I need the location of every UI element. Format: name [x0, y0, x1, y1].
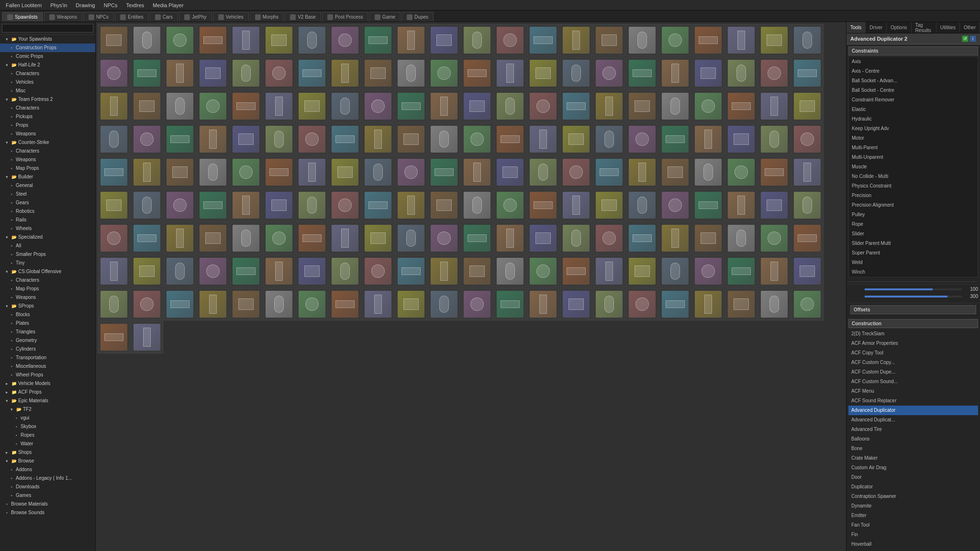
spawn-item-151[interactable] [725, 222, 757, 254]
spawn-item-40[interactable] [692, 57, 724, 89]
spawn-item-140[interactable] [362, 222, 394, 254]
tab-postprocess[interactable]: Post Process [322, 12, 368, 22]
spawn-item-166[interactable] [494, 255, 526, 287]
tree-hl2-characters[interactable]: Characters [0, 69, 95, 78]
tree-tf2-props[interactable]: Props [0, 121, 95, 130]
spawn-item-197[interactable] [791, 288, 824, 320]
construct-fan-tool[interactable]: Fan Tool [848, 520, 978, 530]
spawn-item-65[interactable] [791, 90, 824, 122]
construct-fin[interactable]: Fin [848, 530, 978, 540]
tree-builder-rails[interactable]: Rails [0, 216, 95, 224]
spawn-item-115[interactable] [263, 189, 295, 221]
construct-acf-custom-sound[interactable]: ACF Custom Sound... [848, 377, 978, 386]
spawn-item-91[interactable] [197, 156, 229, 188]
tree-csgo-mapprops[interactable]: Map Props [0, 285, 95, 293]
spawn-item-11[interactable] [461, 24, 493, 56]
spawn-item-33[interactable] [461, 57, 493, 89]
spawn-item-27[interactable] [263, 57, 295, 89]
spawn-item-189[interactable] [527, 288, 559, 320]
tree-builder-general[interactable]: General [0, 181, 95, 190]
construct-acf-custom-copy[interactable]: ACF Custom Copy... [848, 358, 978, 367]
constraint-axis[interactable]: Axis [849, 57, 978, 66]
spawn-item-161[interactable] [329, 255, 361, 287]
tree-builder-steel[interactable]: Steel [0, 190, 95, 198]
spawn-item-172[interactable] [692, 255, 724, 287]
spawn-item-79[interactable] [527, 123, 559, 155]
spawn-item-37[interactable] [593, 57, 625, 89]
tab-weapons[interactable]: Weapons [44, 12, 82, 22]
construct-acf-sound-replacer[interactable]: ACF Sound Replacer [848, 396, 978, 406]
spawn-item-21[interactable] [791, 24, 824, 56]
spawn-item-97[interactable] [395, 156, 427, 188]
spawn-item-71[interactable] [263, 123, 295, 155]
spawn-item-138[interactable] [296, 222, 328, 254]
constraint-rope[interactable]: Rope [849, 220, 978, 229]
spawn-item-26[interactable] [230, 57, 262, 89]
tab-morphs[interactable]: Morphs [250, 12, 284, 22]
spawn-item-107[interactable] [725, 156, 757, 188]
right-tab-utilities[interactable]: Utilities [936, 22, 960, 33]
right-tab-options[interactable]: Options [887, 22, 911, 33]
spawn-item-109[interactable] [791, 156, 824, 188]
construct-acf-menu[interactable]: ACF Menu [848, 386, 978, 396]
spawn-item-88[interactable] [98, 156, 130, 188]
spawn-item-128[interactable] [692, 189, 724, 221]
spawn-item-170[interactable] [626, 255, 658, 287]
construct-door[interactable]: Door [848, 473, 978, 482]
spawn-item-148[interactable] [626, 222, 658, 254]
spawn-item-129[interactable] [725, 189, 757, 221]
constraint-keep-upright[interactable]: Keep Upright Adv [849, 124, 978, 133]
spawn-item-36[interactable] [560, 57, 592, 89]
spawn-item-74[interactable] [362, 123, 394, 155]
spawn-item-134[interactable] [164, 222, 196, 254]
spawn-item-131[interactable] [791, 189, 824, 221]
constraint-elastic[interactable]: Elastic [849, 105, 978, 114]
constraint-precision-align[interactable]: Precision Alignment [849, 200, 978, 210]
tree-browse-games[interactable]: Games [0, 491, 95, 500]
tree-tf2-pickups[interactable]: Pickups [0, 112, 95, 121]
spawn-item-95[interactable] [329, 156, 361, 188]
spawn-item-183[interactable] [329, 288, 361, 320]
constraint-winch[interactable]: Winch [849, 267, 978, 277]
tree-acf-props[interactable]: ACF Props [0, 388, 95, 397]
spawn-item-83[interactable] [659, 123, 691, 155]
constraint-hydraulic[interactable]: Hydraulic [849, 114, 978, 124]
spawn-item-104[interactable] [626, 156, 658, 188]
construct-bone[interactable]: Bone [848, 444, 978, 453]
spawn-item-149[interactable] [659, 222, 691, 254]
spawn-item-9[interactable] [395, 24, 427, 56]
spawn-item-190[interactable] [560, 288, 592, 320]
spawn-item-124[interactable] [560, 189, 592, 221]
spawn-item-167[interactable] [527, 255, 559, 287]
spawn-item-185[interactable] [395, 288, 427, 320]
construct-custom-air-drag[interactable]: Custom Air Drag [848, 463, 978, 473]
spawn-item-78[interactable] [494, 123, 526, 155]
tree-sprops-wheel[interactable]: Wheel Props [0, 371, 95, 379]
constraint-ballsocket-adv[interactable]: Ball Socket - Advan... [849, 76, 978, 86]
right-tab-other[interactable]: Other [960, 22, 980, 33]
tree-tf2-weapons[interactable]: Weapons [0, 130, 95, 138]
tree-csgo[interactable]: CS:Global Offensive [0, 267, 95, 276]
spawn-item-144[interactable] [494, 222, 526, 254]
spawn-item-93[interactable] [263, 156, 295, 188]
spawn-item-179[interactable] [197, 288, 229, 320]
spawn-item-175[interactable] [791, 255, 824, 287]
spawn-item-7[interactable] [329, 24, 361, 56]
spawn-item-119[interactable] [395, 189, 427, 221]
spawn-item-130[interactable] [758, 189, 791, 221]
spawn-item-168[interactable] [560, 255, 592, 287]
tree-sprops-triangles[interactable]: Triangles [0, 328, 95, 336]
tab-game[interactable]: Game [369, 12, 401, 22]
tab-spawnlists[interactable]: Spawnlists [2, 12, 43, 22]
spawn-item-94[interactable] [296, 156, 328, 188]
construct-acf-custom-dupe[interactable]: ACF Custom Dupe... [848, 367, 978, 377]
spawn-item-32[interactable] [428, 57, 460, 89]
construct-contraption-spawner[interactable]: Contraption Spawner [848, 492, 978, 501]
spawn-item-145[interactable] [527, 222, 559, 254]
spawn-item-5[interactable] [263, 24, 295, 56]
tree-vehicle-models[interactable]: Vehicle Models [0, 379, 95, 388]
right-tab-tagresults[interactable]: Tag Results [912, 22, 936, 33]
spawn-item-182[interactable] [296, 288, 328, 320]
spawn-item-173[interactable] [725, 255, 757, 287]
spawn-item-147[interactable] [593, 222, 625, 254]
